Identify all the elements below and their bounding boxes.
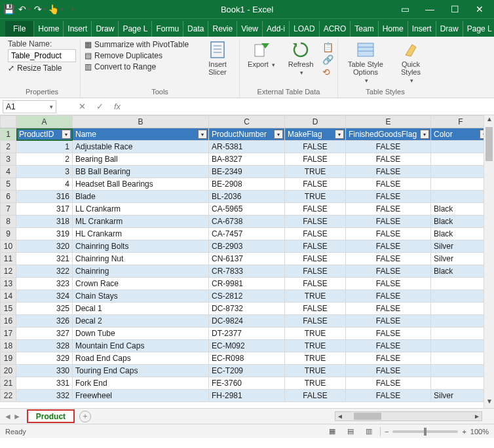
table-header-cell[interactable]: Color▾ — [431, 128, 491, 141]
cell[interactable]: Bearing Ball — [73, 153, 209, 166]
undo-icon[interactable]: ↶▾ — [18, 3, 30, 15]
sheet-nav-next-icon[interactable]: ► — [13, 412, 21, 421]
cell[interactable]: Decal 1 — [73, 303, 209, 315]
touch-mode-icon[interactable]: 👆▾ — [50, 3, 62, 15]
tab-view[interactable]: View — [237, 21, 263, 37]
cell[interactable]: 322 — [16, 265, 73, 278]
row-header[interactable]: 1 — [1, 128, 16, 141]
column-header-E[interactable]: E — [346, 116, 431, 128]
cell[interactable]: FALSE — [346, 340, 431, 352]
cell[interactable]: Crown Race — [73, 278, 209, 290]
table-name-input[interactable] — [8, 49, 76, 62]
formula-input[interactable] — [128, 100, 494, 113]
cell[interactable]: FALSE — [285, 141, 346, 153]
cell[interactable]: TRUE — [285, 365, 346, 377]
cell[interactable] — [431, 290, 491, 303]
cell[interactable]: FALSE — [346, 365, 431, 377]
cell[interactable]: 317 — [16, 203, 73, 215]
cell[interactable]: TRUE — [285, 166, 346, 178]
cell[interactable] — [431, 141, 491, 153]
cell[interactable] — [431, 327, 491, 340]
row-header[interactable]: 14 — [1, 290, 16, 303]
cell[interactable]: FALSE — [285, 203, 346, 215]
cell[interactable]: FALSE — [346, 315, 431, 327]
cell[interactable]: FALSE — [285, 278, 346, 290]
cell[interactable] — [431, 365, 491, 377]
row-header[interactable]: 8 — [1, 215, 16, 228]
cell[interactable]: TRUE — [285, 191, 346, 203]
cell[interactable]: FALSE — [285, 303, 346, 315]
row-header[interactable]: 4 — [1, 166, 16, 178]
row-header[interactable]: 15 — [1, 303, 16, 315]
zoom-level[interactable]: 100% — [470, 428, 489, 436]
cell[interactable]: FALSE — [285, 265, 346, 278]
cell[interactable]: FALSE — [346, 352, 431, 365]
save-icon[interactable]: 💾 — [3, 3, 14, 15]
tab-team[interactable]: Team — [351, 21, 378, 37]
row-header[interactable]: 21 — [1, 377, 16, 390]
cell[interactable]: Chainring Nut — [73, 253, 209, 265]
cell[interactable]: 4 — [16, 178, 73, 191]
close-button[interactable]: ✕ — [468, 0, 491, 18]
horizontal-scrollbar[interactable]: ◄ ► — [335, 411, 482, 421]
row-header[interactable]: 6 — [1, 191, 16, 203]
cell[interactable]: FALSE — [285, 315, 346, 327]
cell[interactable]: 329 — [16, 352, 73, 365]
cell[interactable]: Headset Ball Bearings — [73, 178, 209, 191]
cell[interactable]: CS-2812 — [209, 290, 285, 303]
cell[interactable]: CB-2903 — [209, 240, 285, 253]
cell[interactable]: Fork End — [73, 377, 209, 390]
cell[interactable]: HL Crankarm — [73, 228, 209, 240]
cell[interactable]: CA-7457 — [209, 228, 285, 240]
tab-home[interactable]: Home — [34, 21, 64, 37]
scroll-down-icon[interactable]: ▼ — [484, 398, 494, 408]
cell[interactable]: EC-R098 — [209, 352, 285, 365]
column-header-A[interactable]: A — [16, 116, 73, 128]
cell[interactable]: Black — [431, 203, 491, 215]
table-header-cell[interactable]: MakeFlag▾ — [285, 128, 346, 141]
cell[interactable]: ML Crankarm — [73, 215, 209, 228]
maximize-button[interactable]: ☐ — [443, 0, 466, 18]
cell[interactable]: FALSE — [346, 390, 431, 402]
table-header-cell[interactable]: ProductNumber▾ — [209, 128, 285, 141]
cell[interactable]: 2 — [16, 153, 73, 166]
cell[interactable] — [431, 278, 491, 290]
export-button[interactable]: Export ▾ — [244, 39, 279, 69]
row-header[interactable]: 12 — [1, 265, 16, 278]
row-header[interactable]: 5 — [1, 178, 16, 191]
page-layout-view-icon[interactable]: ▤ — [343, 426, 358, 437]
summarize-pivot-button[interactable]: ▦Summarize with PivotTable — [85, 39, 196, 50]
cell[interactable]: FALSE — [346, 377, 431, 390]
filter-icon[interactable]: ▾ — [274, 130, 283, 139]
tab-draw[interactable]: Draw — [92, 21, 119, 37]
cell[interactable]: 321 — [16, 253, 73, 265]
row-header[interactable]: 20 — [1, 365, 16, 377]
vscroll-thumb[interactable] — [485, 127, 493, 161]
normal-view-icon[interactable]: ▦ — [325, 426, 339, 437]
filter-icon[interactable]: ▾ — [62, 130, 71, 139]
cell[interactable]: 1 — [16, 141, 73, 153]
cell[interactable]: BL-2036 — [209, 191, 285, 203]
cell[interactable]: CR-7833 — [209, 265, 285, 278]
tab-revie[interactable]: Revie — [208, 21, 237, 37]
cell[interactable]: Silver — [431, 390, 491, 402]
cell[interactable]: 326 — [16, 315, 73, 327]
tab-home[interactable]: Home — [379, 21, 408, 37]
cell[interactable]: 331 — [16, 377, 73, 390]
cell[interactable]: Black — [431, 265, 491, 278]
cell[interactable]: Road End Caps — [73, 352, 209, 365]
cell[interactable]: 330 — [16, 365, 73, 377]
unlink-icon[interactable]: ⟲ — [322, 67, 333, 77]
cell[interactable]: 319 — [16, 228, 73, 240]
cell[interactable]: FALSE — [346, 278, 431, 290]
select-all-cell[interactable] — [1, 116, 16, 128]
refresh-button[interactable]: Refresh ▾ — [283, 39, 318, 77]
row-header[interactable]: 19 — [1, 352, 16, 365]
cell[interactable]: 327 — [16, 327, 73, 340]
cell[interactable]: AR-5381 — [209, 141, 285, 153]
redo-icon[interactable]: ↷▾ — [34, 3, 46, 15]
cell[interactable]: TRUE — [285, 352, 346, 365]
table-style-options-button[interactable]: Table Style Options▾ — [342, 39, 389, 85]
row-header[interactable]: 13 — [1, 278, 16, 290]
row-header[interactable]: 22 — [1, 390, 16, 402]
